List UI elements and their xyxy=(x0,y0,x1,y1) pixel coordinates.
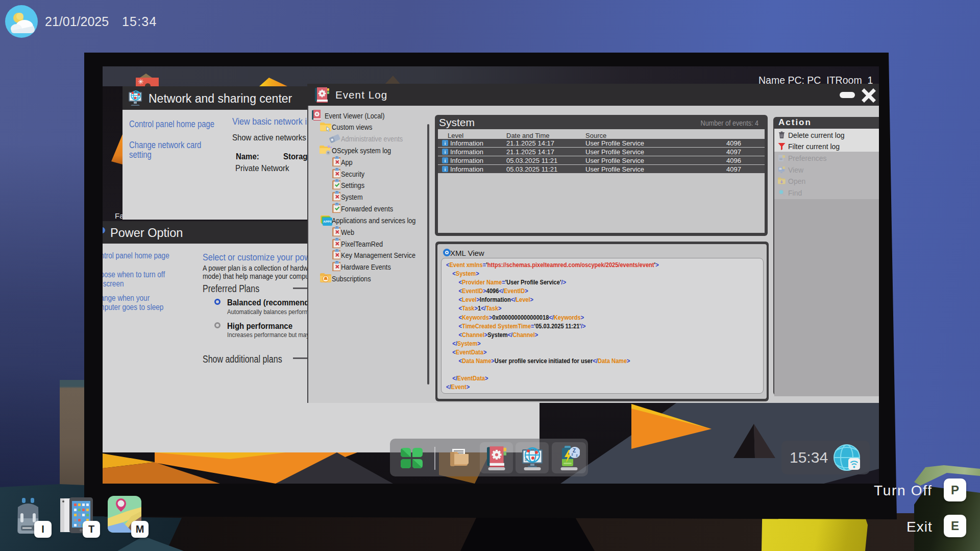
svg-text:APPS: APPS xyxy=(323,220,331,223)
svg-text:i: i xyxy=(445,167,446,172)
svg-text:Z: Z xyxy=(573,448,576,453)
svg-text:i: i xyxy=(445,141,446,146)
svg-text:i: i xyxy=(445,158,446,163)
svg-text:i: i xyxy=(445,150,446,155)
